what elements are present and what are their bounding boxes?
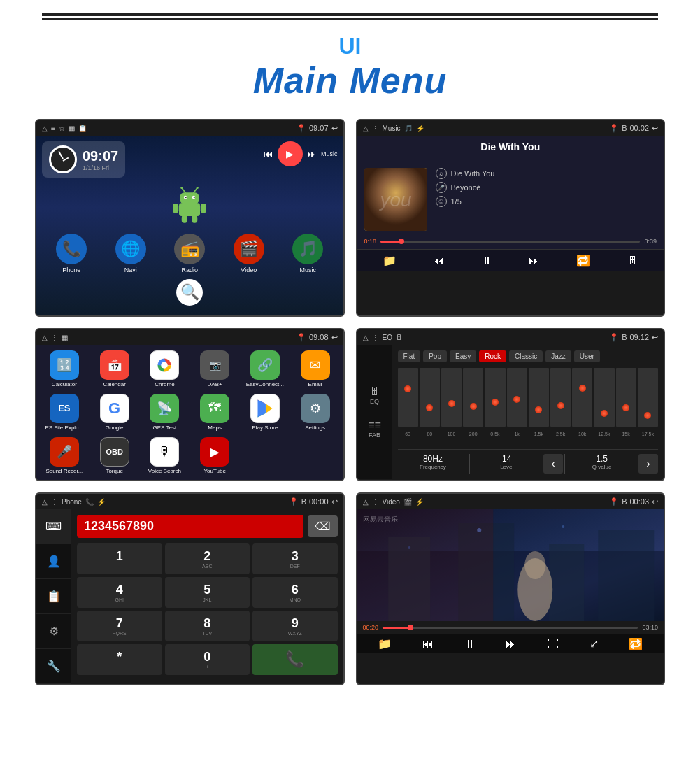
- contacts-tab[interactable]: 👤: [36, 544, 71, 579]
- delete-btn[interactable]: ⌫: [308, 515, 338, 537]
- preset-easy[interactable]: Easy: [450, 350, 476, 362]
- phone-content: ⌨ 👤 📋 ⚙ 🔧 1234567890 ⌫ 1 2: [36, 509, 343, 684]
- video-next-btn[interactable]: ⏭: [506, 638, 517, 650]
- eq-content: Flat Pop Easy Rock Classic Jazz User .eq…: [392, 345, 664, 479]
- app-chrome[interactable]: Chrome: [143, 350, 187, 388]
- band-60[interactable]: 60: [398, 368, 418, 427]
- music-control[interactable]: ⏮ ▶ ⏭ Music: [264, 141, 338, 166]
- dial-6[interactable]: 6 MNO: [252, 577, 338, 608]
- level-value: 14: [471, 454, 542, 464]
- app-email[interactable]: ✉ Email: [293, 350, 338, 388]
- video-stretch-btn[interactable]: ⤢: [590, 637, 599, 650]
- apps-grid: 🔢 Calculator 📅 Calendar: [42, 350, 338, 474]
- prev-btn[interactable]: ⏮: [264, 148, 273, 159]
- menu-icon: ⋮: [372, 125, 379, 132]
- video-title: Video: [383, 498, 400, 506]
- settings-tab[interactable]: 🔧: [36, 649, 71, 684]
- band-100[interactable]: 100: [441, 368, 462, 427]
- next-btn[interactable]: ⏭: [307, 148, 317, 159]
- app-google[interactable]: G Google: [92, 394, 137, 432]
- eq-btn[interactable]: 🎚: [627, 255, 638, 267]
- video-screen: △ ⋮ Video 🎬 ⚡ 📍 B 00:03 ↩: [356, 492, 666, 685]
- preset-classic[interactable]: Classic: [509, 350, 543, 362]
- app-radio[interactable]: 📻 Radio: [174, 234, 205, 273]
- band-17.5k[interactable]: 17.5k: [638, 368, 658, 427]
- recents-tab[interactable]: 📋: [36, 579, 71, 614]
- location-icon: 📍: [289, 497, 299, 506]
- dial-4[interactable]: 4 GHI: [77, 577, 162, 608]
- preset-pop[interactable]: Pop: [423, 350, 447, 362]
- app-easyconnect[interactable]: 🔗 EasyConnect...: [243, 350, 287, 388]
- video-fullscreen-btn[interactable]: ⛶: [548, 638, 559, 650]
- band-80[interactable]: 80: [420, 368, 440, 427]
- app-voice-search[interactable]: 🎙 Voice Search: [143, 437, 187, 475]
- dial-9[interactable]: 9 WXYZ: [252, 611, 338, 641]
- video-content-svg: [357, 509, 664, 621]
- usb-icon: ⚡: [416, 125, 424, 132]
- app-calendar[interactable]: 📅 Calendar: [92, 350, 137, 388]
- bluetooth-tab[interactable]: ⚙: [36, 614, 71, 649]
- band-2.5k[interactable]: 2.5k: [550, 368, 571, 427]
- band-1.5k[interactable]: 1.5k: [529, 368, 549, 427]
- preset-rock[interactable]: Rock: [479, 350, 506, 362]
- chrome-icon-svg: [150, 350, 178, 380]
- eq-sidebar-fab[interactable]: ≡≡ FAB: [368, 419, 381, 439]
- play-btn[interactable]: ▶: [278, 141, 303, 166]
- app-sound-recorder[interactable]: 🎤 Sound Recor...: [42, 437, 87, 475]
- app-play-store[interactable]: Play Store: [243, 394, 287, 432]
- video-progress-bar[interactable]: [383, 627, 638, 629]
- dial-8[interactable]: 8 TUV: [165, 611, 250, 641]
- preset-jazz[interactable]: Jazz: [545, 350, 571, 362]
- dialpad-tab[interactable]: ⌨: [36, 509, 71, 544]
- dial-2[interactable]: 2 ABC: [165, 543, 250, 574]
- app-gps-test[interactable]: 📡 GPS Test: [143, 394, 187, 432]
- eq-next-btn[interactable]: ›: [638, 454, 658, 474]
- svg-rect-11: [201, 204, 206, 213]
- band-200[interactable]: 200: [463, 368, 483, 427]
- app-calculator[interactable]: 🔢 Calculator: [42, 350, 87, 388]
- dial-3[interactable]: 3 DEF: [252, 543, 338, 574]
- dial-1[interactable]: 1: [77, 543, 162, 574]
- call-button[interactable]: 📞: [252, 644, 338, 675]
- preset-flat[interactable]: Flat: [398, 350, 421, 362]
- prev-track-btn[interactable]: ⏮: [433, 255, 444, 267]
- folder-btn[interactable]: 📁: [383, 254, 397, 267]
- next-track-btn[interactable]: ⏭: [529, 255, 540, 267]
- band-12.5k[interactable]: 12.5k: [594, 368, 614, 427]
- progress-bar[interactable]: [380, 241, 640, 243]
- apps-content: 🔢 Calculator 📅 Calendar: [36, 345, 343, 480]
- eq-sidebar-eq[interactable]: 🎚 EQ: [369, 385, 380, 405]
- status-time: 09:08: [309, 333, 329, 341]
- dial-star[interactable]: *: [77, 644, 162, 675]
- repeat-btn[interactable]: 🔁: [576, 254, 590, 267]
- app-navi[interactable]: 🌐 Navi: [115, 234, 146, 273]
- app-maps[interactable]: 🗺 Maps: [192, 394, 237, 432]
- app-dab[interactable]: 📷 DAB+: [192, 350, 237, 388]
- app-search[interactable]: 🔍: [176, 279, 203, 306]
- app-torque[interactable]: OBD Torque: [92, 437, 137, 475]
- app-settings[interactable]: ⚙ Settings: [293, 394, 338, 432]
- band-1k[interactable]: 1k: [507, 368, 527, 427]
- dial-5[interactable]: 5 JKL: [165, 577, 250, 608]
- app-es-file[interactable]: ES ES File Explo...: [42, 394, 87, 432]
- band-500[interactable]: 0.5k: [485, 368, 505, 427]
- track-name-row: ♫ Die With You: [436, 168, 657, 179]
- app-youtube[interactable]: ▶ YouTube: [192, 437, 237, 475]
- app-phone[interactable]: 📞 Phone: [56, 234, 87, 273]
- video-prev-btn[interactable]: ⏮: [422, 638, 434, 650]
- app-video[interactable]: 🎬 Video: [234, 234, 264, 273]
- band-15k[interactable]: 15k: [616, 368, 636, 427]
- home-icon: △: [42, 125, 48, 132]
- preset-user[interactable]: User: [574, 350, 600, 362]
- pause-btn[interactable]: ⏸: [481, 255, 492, 267]
- eq-prev-btn[interactable]: ‹: [543, 454, 563, 474]
- status-time: 00:03: [629, 497, 649, 506]
- video-repeat-btn[interactable]: 🔁: [629, 637, 643, 650]
- dial-0[interactable]: 0 +: [165, 644, 250, 675]
- app-music[interactable]: 🎵 Music: [292, 234, 323, 273]
- status-bar-eq: △ ⋮ EQ 🎚 📍 B 09:12 ↩: [357, 329, 664, 345]
- dial-7[interactable]: 7 PQRS: [77, 611, 162, 641]
- video-pause-btn[interactable]: ⏸: [464, 638, 476, 650]
- video-folder-btn[interactable]: 📁: [378, 637, 392, 650]
- band-10k[interactable]: 10k: [572, 368, 592, 427]
